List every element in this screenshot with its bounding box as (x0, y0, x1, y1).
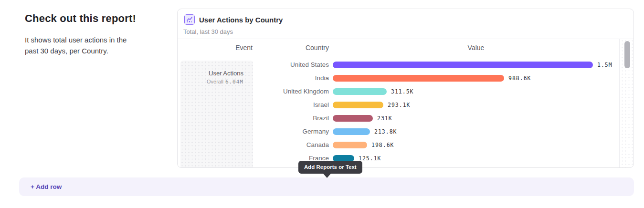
column-header-country: Country (256, 43, 329, 52)
chart-rows: United States 1.5M India 988.6K United K… (178, 58, 619, 165)
country-label: Germany (256, 125, 329, 138)
country-label: Brazil (256, 112, 329, 125)
line-chart-icon (184, 14, 195, 25)
intro-heading: Check out this report! (25, 12, 136, 25)
value-bar[interactable] (333, 102, 383, 108)
country-label: Canada (256, 138, 329, 152)
country-label: United States (256, 58, 329, 72)
add-row-button[interactable]: + Add row (19, 177, 634, 196)
scrollbar-thumb[interactable] (624, 41, 630, 68)
value-label: 293.1K (388, 98, 411, 112)
intro-body: It shows total user actions in the past … (25, 34, 139, 56)
report-card[interactable]: User Actions by Country Total, last 30 d… (177, 9, 634, 168)
value-bar[interactable] (333, 75, 504, 82)
value-bar[interactable] (333, 128, 370, 135)
table-row: Germany 213.8K (178, 125, 619, 138)
dashboard-canvas: Check out this report! It shows total us… (0, 0, 644, 208)
table-row: Canada 198.6K (178, 138, 619, 152)
column-header-value: Value (333, 43, 619, 52)
country-label: India (256, 72, 329, 85)
add-row-label: + Add row (31, 177, 62, 196)
value-bar[interactable] (333, 115, 373, 122)
table-row: Brazil 231K (178, 112, 619, 125)
value-label: 988.6K (508, 72, 531, 85)
report-title: User Actions by Country (199, 16, 283, 24)
country-label: Israel (256, 98, 329, 112)
value-label: 231K (377, 112, 392, 125)
country-label: United Kingdom (256, 85, 329, 98)
table-row: Israel 293.1K (178, 98, 619, 112)
value-bar[interactable] (333, 88, 387, 95)
value-label: 213.8K (374, 125, 397, 138)
table-row: France 125.1K (178, 152, 619, 165)
table-row: United States 1.5M (178, 58, 619, 72)
value-label: 198.6K (371, 138, 394, 152)
report-card-header: User Actions by Country Total, last 30 d… (178, 9, 633, 39)
table-row: United Kingdom 311.5K (178, 85, 619, 98)
value-label: 1.5M (597, 58, 612, 72)
chart-right-divider (619, 39, 620, 168)
value-bar[interactable] (333, 142, 367, 148)
column-header-event: Event (180, 43, 253, 52)
table-row: India 988.6K (178, 72, 619, 85)
report-subtitle: Total, last 30 days (183, 28, 233, 35)
value-bar[interactable] (333, 62, 593, 68)
value-label: 311.5K (391, 85, 414, 98)
add-reports-tooltip: Add Reports or Text (298, 161, 362, 174)
